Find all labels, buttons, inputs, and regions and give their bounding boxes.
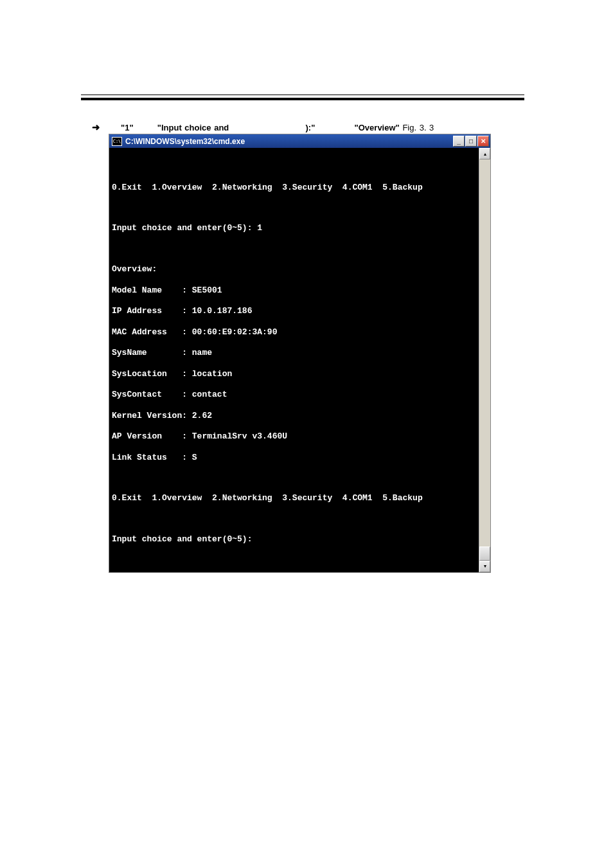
bold-text-1: "Input choice and [157, 123, 229, 132]
cmd-window: C:\ C:\WINDOWS\system32\cmd.exe _ □ ✕ 0.… [109, 134, 491, 573]
window-title: C:\WINDOWS\system32\cmd.exe [125, 137, 245, 146]
overview-header: Overview: [112, 264, 476, 275]
scroll-down-button[interactable]: ▾ [479, 561, 490, 572]
menu-line-2: 0.Exit 1.Overview 2.Networking 3.Securit… [112, 493, 476, 503]
cmd-icon: C:\ [112, 137, 122, 146]
titlebar[interactable]: C:\ C:\WINDOWS\system32\cmd.exe _ □ ✕ [109, 134, 490, 148]
row-link-status: Link Status : S [112, 453, 476, 463]
minimize-button[interactable]: _ [453, 136, 465, 147]
row-mac-address: MAC Address : 00:60:E9:02:3A:90 [112, 327, 476, 338]
prompt-line-1: Input choice and enter(0~5): 1 [112, 223, 476, 233]
titlebar-left: C:\ C:\WINDOWS\system32\cmd.exe [112, 137, 245, 146]
intro-text: "1" "Input choice and ):" "Overview" Fig… [121, 123, 434, 132]
paren-close: ):" [306, 123, 315, 132]
scroll-up-button[interactable]: ▴ [479, 148, 490, 159]
row-syscontact: SysContact : contact [112, 390, 476, 400]
fig-ref-inline: Fig. 3. 3 [402, 123, 434, 132]
prompt-line-2: Input choice and enter(0~5): [112, 534, 476, 545]
maximize-button[interactable]: □ [465, 136, 477, 147]
row-ap-version: AP Version : TerminalSrv v3.460U [112, 431, 476, 442]
header-rule-thin [81, 95, 524, 95]
row-model-name: Model Name : SE5001 [112, 285, 476, 296]
close-button[interactable]: ✕ [477, 136, 489, 147]
window-controls: _ □ ✕ [453, 136, 489, 147]
scroll-thumb[interactable] [479, 547, 490, 561]
row-kernel-version: Kernel Version: 2.62 [112, 411, 476, 421]
bold-text-2: "Overview" [355, 123, 400, 132]
figure-caption: Fig. 3. 3 [0, 356, 613, 365]
header-rule-thick [81, 98, 524, 100]
arrow-icon: ➜ [92, 122, 100, 133]
intro-line: ➜ "1" "Input choice and ):" "Overview" F… [92, 122, 434, 133]
quoted-1: "1" [121, 123, 134, 132]
row-ip-address: IP Address : 10.0.187.186 [112, 306, 476, 316]
row-syslocation: SysLocation : location [112, 369, 476, 379]
menu-line-1: 0.Exit 1.Overview 2.Networking 3.Securit… [112, 183, 476, 193]
